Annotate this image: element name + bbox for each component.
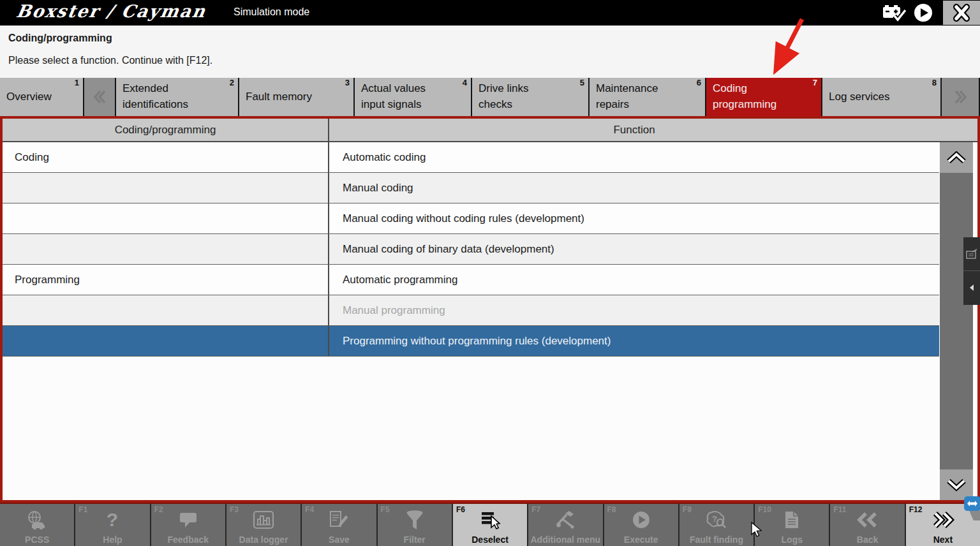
- button-label: Help: [75, 535, 149, 545]
- pcss-button: PCSS: [0, 504, 74, 546]
- tab-coding-programming[interactable]: Coding programming7: [706, 78, 822, 116]
- table-header-row: Coding/programming Function: [3, 119, 977, 142]
- button-label: Next: [906, 535, 980, 545]
- title-bar: Boxster / Cayman Simulation mode: [0, 0, 980, 26]
- chevron-up-icon: [946, 151, 967, 164]
- tab-label: Fault memory: [246, 89, 312, 105]
- function-cell: Manual coding: [329, 173, 939, 203]
- function-cell: Programming without programming rules (d…: [329, 326, 939, 356]
- page-header: Coding/programming Please select a funct…: [0, 26, 980, 78]
- button-label: Feedback: [151, 535, 225, 545]
- data-logger-icon: [226, 509, 301, 531]
- function-cell: Manual coding of binary data (developmen…: [329, 234, 939, 264]
- tab-number: 8: [932, 78, 937, 87]
- tab-label: Maintenance repairs: [596, 81, 658, 112]
- close-button[interactable]: [943, 1, 980, 25]
- button-label: Filter: [378, 535, 452, 545]
- button-label: Fault finding: [679, 535, 754, 545]
- scroll-up-button[interactable]: [940, 142, 973, 173]
- tab-overview[interactable]: Overview1: [0, 78, 84, 116]
- tab-label: Coding programming: [713, 81, 776, 112]
- button-label: Execute: [604, 535, 678, 545]
- tab-number: 6: [697, 78, 701, 87]
- back-icon: [830, 509, 904, 531]
- tab-number: 3: [345, 78, 350, 87]
- tab-number: 2: [230, 78, 234, 87]
- help-icon: ?: [75, 509, 149, 531]
- button-label: Save: [302, 535, 376, 545]
- tab-label: Actual values input signals: [361, 81, 426, 112]
- execute-icon: [604, 509, 678, 531]
- function-cell: Manual coding without coding rules (deve…: [329, 203, 939, 233]
- function-cell: Manual programming: [329, 295, 939, 325]
- table-row-automatic-programming[interactable]: ProgrammingAutomatic programming: [3, 265, 939, 295]
- tab-bar: Overview1Extended identifications2Fault …: [0, 78, 980, 116]
- svg-text:?: ?: [107, 510, 118, 530]
- fault-finding-icon: ?: [679, 509, 754, 531]
- f11-back-button: F11Back: [830, 504, 904, 546]
- group-cell: [3, 234, 329, 264]
- table-row-manual-coding-without-coding-rules-development[interactable]: Manual coding without coding rules (deve…: [3, 203, 939, 234]
- chevron-down-icon: [946, 478, 967, 491]
- close-icon: [950, 3, 973, 23]
- collapse-panel-icon[interactable]: [963, 271, 980, 304]
- tab-number: 4: [463, 78, 467, 87]
- f6-deselect-button[interactable]: F6Deselect: [453, 504, 527, 546]
- tab-drive-links-checks[interactable]: Drive links checks5: [472, 78, 590, 116]
- simulation-mode-label: Simulation mode: [234, 6, 309, 18]
- notes-icon[interactable]: [963, 237, 980, 271]
- pcss-icon: [0, 509, 74, 531]
- table-row-programming-without-programming-rules-development[interactable]: Programming without programming rules (d…: [3, 326, 939, 357]
- f5-filter-button: F5Filter: [378, 504, 452, 546]
- svg-text:?: ?: [712, 514, 717, 524]
- side-panel-handle[interactable]: [963, 237, 980, 305]
- f9-fault-finding-button: F9?Fault finding: [679, 504, 754, 546]
- tab-log-services[interactable]: Log services8: [822, 78, 942, 116]
- teamviewer-icon[interactable]: [964, 496, 980, 513]
- additional-menu-icon: [528, 509, 602, 531]
- button-label: Logs: [755, 535, 829, 545]
- function-table-panel: Coding/programming Function CodingAutoma…: [0, 116, 980, 503]
- tab-extended-identifications[interactable]: Extended identifications2: [116, 78, 239, 116]
- f3-data-logger-button: F3Data logger: [226, 504, 301, 546]
- tab-fault-memory[interactable]: Fault memory3: [239, 78, 355, 116]
- battery-status-icon[interactable]: [879, 0, 909, 26]
- page-instruction: Please select a function. Continue with …: [8, 55, 212, 66]
- function-cell: Automatic coding: [329, 142, 939, 172]
- group-cell: Coding: [3, 142, 329, 172]
- tab-actual-values-input-signals[interactable]: Actual values input signals4: [355, 78, 472, 116]
- button-label: PCSS: [0, 535, 74, 545]
- tab-number: 5: [580, 78, 584, 87]
- f2-feedback-button: F2Feedback: [151, 504, 225, 546]
- table-row-manual-coding-of-binary-data-development[interactable]: Manual coding of binary data (developmen…: [3, 234, 939, 265]
- play-icon[interactable]: [909, 0, 938, 26]
- scroll-down-button[interactable]: [940, 469, 973, 500]
- vertical-scrollbar[interactable]: [940, 142, 973, 500]
- double-chevron-right-icon: [951, 88, 970, 106]
- table-row-automatic-coding[interactable]: CodingAutomatic coding: [3, 142, 939, 173]
- group-cell: [3, 173, 329, 203]
- button-label: Back: [830, 535, 904, 545]
- f1-help-button: F1?Help: [75, 504, 149, 546]
- f8-execute-button: F8Execute: [604, 504, 678, 546]
- group-cell: [3, 326, 329, 356]
- deselect-icon: [453, 509, 527, 531]
- vehicle-model-title: Boxster / Cayman: [15, 1, 207, 21]
- tabs-scroll-left-button[interactable]: [84, 78, 116, 116]
- tab-maintenance-repairs[interactable]: Maintenance repairs6: [590, 78, 706, 116]
- f10-logs-button: F10Logs: [755, 504, 829, 546]
- f4-save-button: F4Save: [302, 504, 376, 546]
- tab-number: 7: [813, 78, 817, 87]
- column-header-function: Function: [329, 119, 939, 141]
- page-title: Coding/programming: [8, 33, 112, 44]
- group-cell: Programming: [3, 265, 329, 295]
- tab-label: Overview: [6, 89, 52, 105]
- f7-additional-menu-button: F7Additional menu: [528, 504, 602, 546]
- filter-icon: [378, 509, 452, 531]
- tabs-scroll-right-button[interactable]: [942, 78, 980, 116]
- save-icon: [302, 509, 376, 531]
- table-row-manual-programming[interactable]: Manual programming: [3, 295, 939, 326]
- function-key-toolbar: PCSSF1?HelpF2FeedbackF3Data loggerF4Save…: [0, 503, 980, 546]
- table-row-manual-coding[interactable]: Manual coding: [3, 173, 939, 203]
- button-label: Data logger: [226, 535, 301, 545]
